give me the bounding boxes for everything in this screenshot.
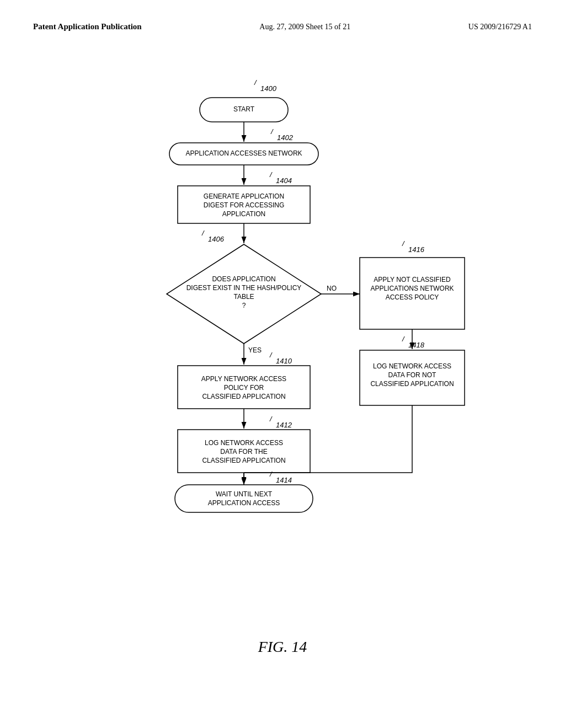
ref-1414: 1414 — [276, 476, 292, 484]
page: Patent Application Publication Aug. 27, … — [0, 0, 565, 728]
ref-1400: 1400 — [260, 84, 277, 93]
node-1402-label: APPLICATION ACCESSES NETWORK — [185, 149, 302, 157]
ref-1412: 1412 — [276, 421, 292, 429]
ref-1404: 1404 — [276, 176, 292, 185]
flowchart-svg: .ref-label { font-style: italic; font-si… — [89, 65, 476, 616]
edge-yes-label: YES — [248, 346, 262, 354]
ref-1402: 1402 — [277, 133, 294, 142]
figure-caption: FIG. 14 — [258, 638, 307, 656]
node-1416-line2: APPLICATIONS NETWORK — [370, 285, 454, 292]
node-1414-line1: WAIT UNTIL NEXT — [216, 490, 273, 498]
ref-1418-slash: / — [402, 335, 405, 343]
ref-1418: 1418 — [408, 341, 425, 349]
node-1414 — [175, 485, 313, 512]
header-publication-label: Patent Application Publication — [33, 22, 142, 31]
flowchart-container: .ref-label { font-style: italic; font-si… — [33, 65, 532, 656]
header-patent-number: US 2009/216729 A1 — [468, 23, 532, 31]
ref-1404-slash: / — [269, 170, 273, 179]
ref-1406-slash: / — [201, 229, 205, 237]
node-1406-line3: TABLE — [233, 293, 254, 301]
node-1404-line3: APPLICATION — [222, 210, 265, 218]
ref-1410-slash: / — [269, 351, 273, 359]
node-1416-line3: ACCESS POLICY — [386, 293, 439, 301]
node-1412-line1: LOG NETWORK ACCESS — [205, 439, 283, 447]
ref-1402-slash: / — [270, 127, 274, 136]
ref-1412-slash: / — [269, 415, 273, 423]
node-1410-line3: CLASSIFIED APPLICATION — [202, 393, 285, 400]
node-1406-line2: DIGEST EXIST IN THE HASH/POLICY — [186, 284, 302, 292]
node-1412-line3: CLASSIFIED APPLICATION — [202, 457, 285, 464]
node-1410-line1: APPLY NETWORK ACCESS — [201, 375, 286, 383]
ref-1416-slash: / — [402, 239, 405, 248]
ref-1406: 1406 — [208, 235, 225, 243]
node-1412-line2: DATA FOR THE — [220, 448, 267, 456]
edge-no-label: NO — [327, 285, 337, 292]
node-1410-line2: POLICY FOR — [224, 384, 264, 392]
header-date-sheet: Aug. 27, 2009 Sheet 15 of 21 — [259, 23, 350, 31]
node-1418-line3: CLASSIFIED APPLICATION — [370, 380, 454, 388]
start-label: START — [233, 105, 255, 113]
node-1416-line1: APPLY NOT CLASSIFIED — [374, 276, 451, 283]
node-1406-line1: DOES APPLICATION — [212, 275, 275, 283]
node-1418-line1: LOG NETWORK ACCESS — [373, 362, 451, 370]
node-1406-line4: ? — [242, 302, 246, 309]
ref-1410: 1410 — [276, 357, 292, 365]
ref-1416: 1416 — [408, 245, 425, 254]
node-1414-line2: APPLICATION ACCESS — [208, 499, 280, 507]
node-1404-line1: GENERATE APPLICATION — [204, 192, 284, 200]
node-1418-line2: DATA FOR NOT — [388, 371, 437, 379]
page-header: Patent Application Publication Aug. 27, … — [33, 22, 532, 31]
node-1404-line2: DIGEST FOR ACCESSING — [204, 201, 284, 209]
ref-1400-slash: / — [254, 78, 257, 87]
